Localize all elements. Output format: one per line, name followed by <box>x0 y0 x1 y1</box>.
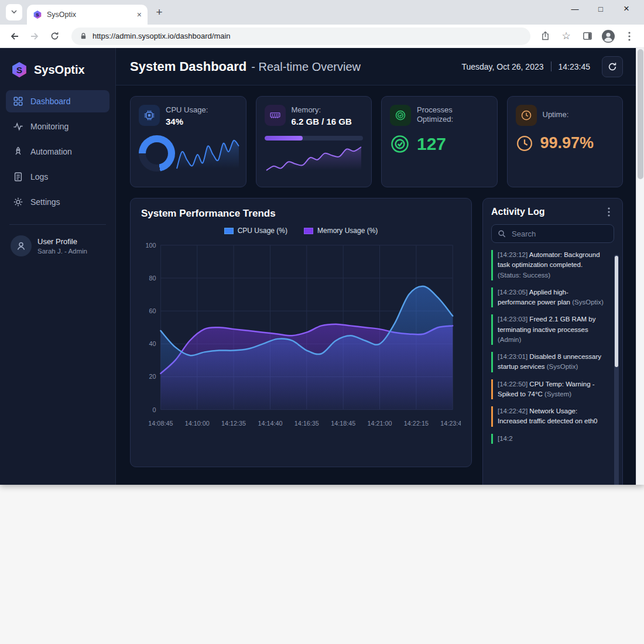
log-time: [14:23:01] <box>498 353 529 360</box>
kebab-menu-icon <box>628 32 631 41</box>
browser-menu-button[interactable] <box>621 28 638 45</box>
window-close-button[interactable]: × <box>614 0 639 18</box>
svg-text:14:22:15: 14:22:15 <box>404 420 429 427</box>
profile-role: Sarah J. - Admin <box>37 248 87 255</box>
activity-scrollbar-thumb[interactable] <box>615 256 618 367</box>
avatar-icon <box>601 29 615 43</box>
legend-swatch-1 <box>304 228 313 234</box>
browser-toolbar: https://admin.sysoptix.io/dashboard/main… <box>0 25 644 48</box>
activity-search-input[interactable] <box>511 229 608 239</box>
kebab-menu-icon <box>608 207 610 217</box>
tab-close-icon[interactable]: × <box>137 11 142 19</box>
dashboard-content: CPU Usage: 34% <box>116 85 644 485</box>
memory-sparkline <box>265 145 364 174</box>
page-scrollbar-thumb[interactable] <box>638 49 643 179</box>
sidebar-item-automation[interactable]: Automation <box>6 141 109 163</box>
log-meta: (Admin) <box>498 336 521 343</box>
brand: S SysOptix <box>6 57 109 90</box>
chevron-down-icon <box>11 8 18 17</box>
svg-text:S: S <box>36 12 39 18</box>
brand-name: SysOptix <box>34 63 85 77</box>
svg-text:60: 60 <box>149 307 156 314</box>
share-button[interactable] <box>536 28 554 45</box>
svg-text:14:08:45: 14:08:45 <box>148 420 173 427</box>
user-profile[interactable]: User Profile Sarah J. - Admin <box>6 234 109 258</box>
sidebar: S SysOptix Dashboard Monitoring <box>0 48 116 485</box>
rocket-icon <box>13 146 23 157</box>
reload-button[interactable] <box>46 28 63 45</box>
legend-memory[interactable]: Memory Usage (%) <box>304 227 378 235</box>
activity-scrollbar[interactable] <box>614 255 619 485</box>
log-time: [14:2 <box>498 435 513 442</box>
svg-text:0: 0 <box>153 406 156 413</box>
sidebar-item-label: Logs <box>30 172 48 181</box>
svg-text:14:12:35: 14:12:35 <box>221 420 246 427</box>
legend-cpu[interactable]: CPU Usage (%) <box>224 227 287 235</box>
stat-cards-row: CPU Usage: 34% <box>130 96 623 187</box>
legend-label: Memory Usage (%) <box>317 227 378 235</box>
arrow-right-icon <box>29 31 40 42</box>
log-meta: (System) <box>544 390 571 398</box>
minimize-button[interactable]: — <box>562 0 588 18</box>
datetime: Tuesday, Oct 26, 2023 14:23:45 <box>461 56 623 77</box>
user-avatar-icon <box>11 235 32 256</box>
activity-log-entry: [14:22:50] CPU Temp: Warning - Spiked to… <box>491 379 605 400</box>
sidebar-item-label: Dashboard <box>30 97 71 106</box>
profile-name: User Profile <box>37 237 87 246</box>
activity-log-entry: [14:2 <box>491 434 605 444</box>
arrow-left-icon <box>9 31 20 42</box>
lock-icon[interactable] <box>80 32 87 40</box>
sysoptix-logo-icon: S <box>11 61 28 78</box>
uptime-chip-icon <box>516 105 537 126</box>
app-header: System Dashboard- Real-time Overview Tue… <box>116 48 644 85</box>
sidebar-item-logs[interactable]: Logs <box>6 166 109 188</box>
processes-label: Processes Optimized: <box>417 105 489 125</box>
svg-text:20: 20 <box>149 373 156 380</box>
cpu-value: 34% <box>166 117 208 126</box>
performance-chart: 02040608010014:08:4514:10:0014:12:3514:1… <box>141 239 461 435</box>
star-icon: ☆ <box>561 30 570 42</box>
uptime-label: Uptime: <box>543 105 569 119</box>
toolbar-actions: ☆ <box>536 28 638 45</box>
uptime-card: Uptime: 99.97% <box>507 96 624 187</box>
cpu-donut <box>139 135 175 172</box>
processes-value: 127 <box>417 134 446 154</box>
legend-label: CPU Usage (%) <box>238 227 287 235</box>
tab-search-button[interactable] <box>6 4 22 20</box>
page-scrollbar[interactable] <box>636 48 644 485</box>
target-check-icon <box>390 134 410 154</box>
cpu-sparkline <box>175 139 241 173</box>
url-bar[interactable]: https://admin.sysoptix.io/dashboard/main <box>71 28 530 45</box>
activity-search[interactable] <box>491 224 614 243</box>
forward-button[interactable] <box>26 28 43 45</box>
sysoptix-favicon: S <box>33 10 42 19</box>
sidebar-item-monitoring[interactable]: Monitoring <box>6 115 109 138</box>
bookmark-star-button[interactable]: ☆ <box>557 28 575 45</box>
app-viewport: S SysOptix Dashboard Monitoring <box>0 48 644 485</box>
svg-text:14:10:00: 14:10:00 <box>185 420 210 427</box>
new-tab-button[interactable]: + <box>151 4 167 20</box>
memory-value: 6.2 GB / 16 GB <box>292 117 352 126</box>
pulse-icon <box>13 121 23 132</box>
dashboard-refresh-button[interactable] <box>602 56 623 77</box>
memory-label: Memory: <box>292 105 352 115</box>
datetime-divider <box>551 61 551 71</box>
back-button[interactable] <box>6 28 23 45</box>
svg-text:S: S <box>16 65 22 75</box>
activity-menu-button[interactable] <box>604 207 614 217</box>
browser-tab[interactable]: S SysOptix × <box>27 5 148 25</box>
sidebar-item-label: Settings <box>30 197 60 207</box>
side-panel-button[interactable] <box>578 28 596 45</box>
date-text: Tuesday, Oct 26, 2023 <box>461 62 543 71</box>
log-time: [14:23:05] <box>498 289 529 296</box>
browser-profile-button[interactable] <box>600 28 617 45</box>
memory-chip-icon <box>265 105 286 126</box>
sidebar-divider <box>9 224 106 225</box>
sidebar-item-settings[interactable]: Settings <box>6 191 109 213</box>
svg-text:14:21:00: 14:21:00 <box>368 420 392 427</box>
maximize-button[interactable]: □ <box>588 0 614 18</box>
clock-icon <box>516 135 533 152</box>
activity-log-entry: [14:23:01] Disabled 8 unnecessary startu… <box>491 352 605 372</box>
sidebar-item-dashboard[interactable]: Dashboard <box>6 90 109 112</box>
svg-text:14:18:45: 14:18:45 <box>331 420 355 427</box>
